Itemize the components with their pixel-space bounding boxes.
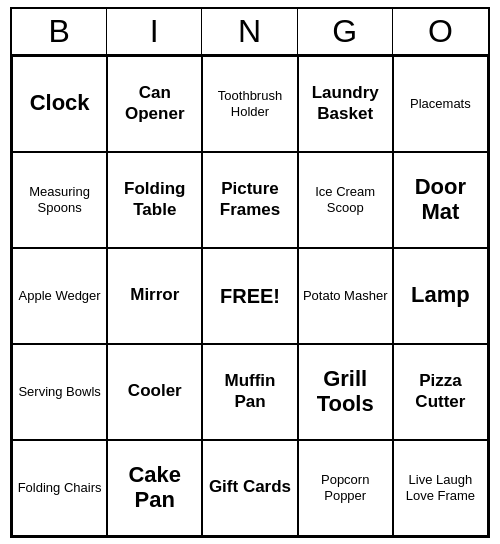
bingo-cell-16: Cooler [107,344,202,440]
header-letter-g: G [298,9,393,54]
bingo-cell-5: Measuring Spoons [12,152,107,248]
bingo-cell-2: Toothbrush Holder [202,56,297,152]
header-letter-b: B [12,9,107,54]
bingo-grid: ClockCan OpenerToothbrush HolderLaundry … [12,56,488,536]
bingo-cell-15: Serving Bowls [12,344,107,440]
bingo-cell-3: Laundry Basket [298,56,393,152]
bingo-cell-0: Clock [12,56,107,152]
bingo-cell-18: Grill Tools [298,344,393,440]
bingo-cell-14: Lamp [393,248,488,344]
bingo-cell-12: FREE! [202,248,297,344]
bingo-cell-24: Live Laugh Love Frame [393,440,488,536]
bingo-cell-20: Folding Chairs [12,440,107,536]
bingo-cell-11: Mirror [107,248,202,344]
bingo-header: BINGO [12,9,488,56]
bingo-cell-22: Gift Cards [202,440,297,536]
bingo-cell-19: Pizza Cutter [393,344,488,440]
bingo-cell-1: Can Opener [107,56,202,152]
bingo-cell-7: Picture Frames [202,152,297,248]
bingo-cell-17: Muffin Pan [202,344,297,440]
bingo-cell-13: Potato Masher [298,248,393,344]
bingo-cell-10: Apple Wedger [12,248,107,344]
bingo-cell-9: Door Mat [393,152,488,248]
bingo-cell-6: Folding Table [107,152,202,248]
bingo-cell-21: Cake Pan [107,440,202,536]
header-letter-n: N [202,9,297,54]
header-letter-i: I [107,9,202,54]
bingo-cell-4: Placemats [393,56,488,152]
bingo-card: BINGO ClockCan OpenerToothbrush HolderLa… [10,7,490,538]
header-letter-o: O [393,9,488,54]
bingo-cell-23: Popcorn Popper [298,440,393,536]
bingo-cell-8: Ice Cream Scoop [298,152,393,248]
